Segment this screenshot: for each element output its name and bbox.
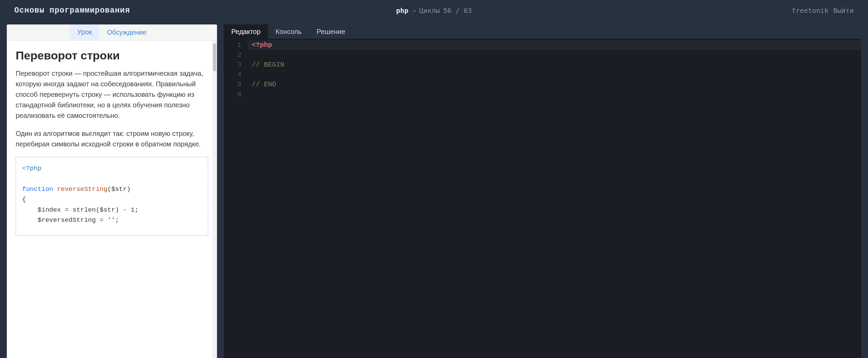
code-editor[interactable]: 1 2 3 4 5 6 <?php // BEGIN // END [224, 39, 861, 358]
code-token: // BEGIN [252, 61, 284, 69]
breadcrumb: php → Циклы 56 / 63 [396, 6, 472, 15]
code-token: $reversedString = ''; [22, 216, 119, 224]
line-number: 1 [224, 40, 241, 50]
lesson-body: Переворот строки Переворот строки — прос… [7, 41, 217, 236]
editor-line[interactable]: <?php [248, 40, 861, 50]
tab-editor[interactable]: Редактор [224, 24, 268, 39]
topbar: Основы программирования php → Циклы 56 /… [0, 0, 868, 21]
tab-discussion[interactable]: Обсуждение [99, 24, 154, 40]
workspace: Урок Обсуждение Переворот строки Перевор… [0, 21, 868, 358]
code-token: <?php [252, 41, 272, 49]
code-token: // END [252, 80, 276, 88]
lesson-paragraph: Один из алгоритмов выглядит так: строим … [16, 128, 208, 149]
editor-panel: Редактор Консоль Решение 1 2 3 4 5 6 <?p… [224, 24, 861, 358]
tab-lesson[interactable]: Урок [70, 24, 99, 40]
editor-gutter: 1 2 3 4 5 6 [224, 40, 248, 358]
code-token: $index = strlen($str) - 1; [22, 206, 138, 214]
username-label[interactable]: freetonik [791, 6, 828, 15]
lesson-code-sample: <?php function reverseString($str) { $in… [16, 157, 208, 236]
editor-line[interactable] [248, 89, 861, 99]
code-token: function [22, 185, 53, 193]
line-number: 5 [224, 79, 241, 89]
editor-line[interactable]: // END [248, 79, 861, 89]
lesson-panel: Урок Обсуждение Переворот строки Перевор… [7, 24, 217, 358]
editor-line[interactable] [248, 50, 861, 60]
code-token: { [22, 196, 26, 203]
breadcrumb-topic[interactable]: Циклы [419, 6, 440, 15]
lesson-paragraph: Переворот строки — простейшая алгоритмич… [16, 68, 208, 121]
tab-console[interactable]: Консоль [268, 24, 309, 39]
topbar-right: freetonik Выйти [791, 6, 854, 15]
code-token: <?php [22, 165, 41, 172]
line-number: 6 [224, 89, 241, 99]
editor-line[interactable] [248, 70, 861, 79]
line-number: 4 [224, 70, 241, 79]
breadcrumb-count: 56 / 63 [443, 6, 472, 15]
lesson-heading: Переворот строки [16, 49, 208, 62]
scrollbar-thumb[interactable] [213, 43, 216, 71]
app-title: Основы программирования [14, 6, 130, 15]
breadcrumb-arrow-icon: → [412, 6, 416, 15]
editor-tabs: Редактор Консоль Решение [224, 24, 861, 39]
line-number: 2 [224, 50, 241, 60]
editor-lines[interactable]: <?php // BEGIN // END [248, 40, 861, 358]
logout-link[interactable]: Выйти [833, 6, 854, 15]
code-token: reverseString [57, 185, 107, 193]
line-number: 3 [224, 60, 241, 70]
tab-solution[interactable]: Решение [309, 24, 353, 39]
editor-line[interactable]: // BEGIN [248, 60, 861, 70]
breadcrumb-lang[interactable]: php [396, 6, 408, 15]
lesson-tabs: Урок Обсуждение [7, 24, 217, 41]
code-token: ($str) [107, 185, 131, 193]
